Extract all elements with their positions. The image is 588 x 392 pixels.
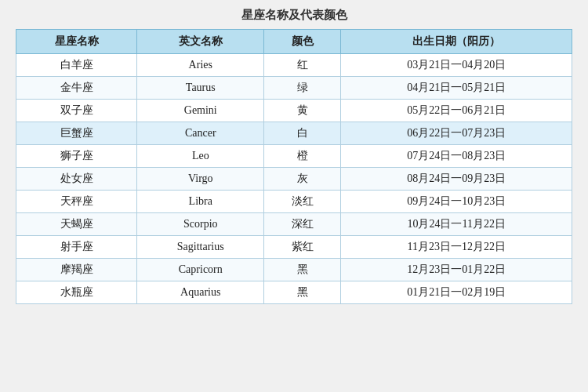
cell-2-1: Gemini	[137, 100, 264, 122]
table-row: 水瓶座Aquarius黑01月21日一02月19日	[16, 281, 572, 304]
cell-1-2: 绿	[264, 77, 341, 100]
cell-2-3: 05月22日一06月21日	[341, 100, 572, 122]
cell-8-2: 紫红	[264, 236, 341, 259]
cell-1-1: Taurus	[137, 77, 264, 100]
table-row: 天蝎座Scorpio深红10月24日一11月22日	[16, 213, 572, 236]
cell-10-1: Aquarius	[137, 281, 264, 304]
column-header: 英文名称	[137, 30, 264, 54]
cell-8-0: 射手座	[16, 236, 137, 259]
cell-5-3: 08月24日一09月23日	[341, 168, 572, 191]
table-row: 射手座Sagittarius紫红11月23日一12月22日	[16, 236, 572, 259]
cell-9-2: 黑	[264, 259, 341, 281]
cell-0-3: 03月21日一04月20日	[341, 54, 572, 77]
column-header: 星座名称	[16, 30, 137, 54]
cell-0-1: Aries	[137, 54, 264, 77]
cell-9-1: Capricorn	[137, 259, 264, 281]
cell-10-0: 水瓶座	[16, 281, 137, 304]
cell-5-1: Virgo	[137, 168, 264, 191]
cell-6-2: 淡红	[264, 191, 341, 213]
cell-1-3: 04月21日一05月21日	[341, 77, 572, 100]
cell-5-2: 灰	[264, 168, 341, 191]
cell-7-1: Scorpio	[137, 213, 264, 236]
column-header: 颜色	[264, 30, 341, 54]
cell-7-2: 深红	[264, 213, 341, 236]
table-row: 白羊座Aries红03月21日一04月20日	[16, 54, 572, 77]
cell-4-0: 狮子座	[16, 145, 137, 168]
table-row: 处女座Virgo灰08月24日一09月23日	[16, 168, 572, 191]
cell-7-0: 天蝎座	[16, 213, 137, 236]
cell-4-3: 07月24日一08月23日	[341, 145, 572, 168]
table-row: 双子座Gemini黄05月22日一06月21日	[16, 100, 572, 122]
cell-4-2: 橙	[264, 145, 341, 168]
cell-6-0: 天秤座	[16, 191, 137, 213]
cell-6-3: 09月24日一10月23日	[341, 191, 572, 213]
cell-0-2: 红	[264, 54, 341, 77]
cell-9-3: 12月23日一01月22日	[341, 259, 572, 281]
cell-4-1: Leo	[137, 145, 264, 168]
cell-3-3: 06月22日一07月23日	[341, 122, 572, 145]
cell-3-2: 白	[264, 122, 341, 145]
column-header: 出生日期（阳历）	[341, 30, 572, 54]
cell-0-0: 白羊座	[16, 54, 137, 77]
table-row: 巨蟹座Cancer白06月22日一07月23日	[16, 122, 572, 145]
cell-8-3: 11月23日一12月22日	[341, 236, 572, 259]
table-row: 摩羯座Capricorn黑12月23日一01月22日	[16, 259, 572, 281]
cell-10-2: 黑	[264, 281, 341, 304]
zodiac-table: 星座名称英文名称颜色出生日期（阳历） 白羊座Aries红03月21日一04月20…	[16, 29, 572, 304]
cell-9-0: 摩羯座	[16, 259, 137, 281]
cell-1-0: 金牛座	[16, 77, 137, 100]
page-title: 星座名称及代表颜色	[241, 8, 347, 23]
cell-6-1: Libra	[137, 191, 264, 213]
cell-5-0: 处女座	[16, 168, 137, 191]
cell-2-2: 黄	[264, 100, 341, 122]
cell-3-0: 巨蟹座	[16, 122, 137, 145]
table-row: 金牛座Taurus绿04月21日一05月21日	[16, 77, 572, 100]
cell-10-3: 01月21日一02月19日	[341, 281, 572, 304]
cell-7-3: 10月24日一11月22日	[341, 213, 572, 236]
table-header-row: 星座名称英文名称颜色出生日期（阳历）	[16, 30, 572, 54]
cell-2-0: 双子座	[16, 100, 137, 122]
cell-3-1: Cancer	[137, 122, 264, 145]
cell-8-1: Sagittarius	[137, 236, 264, 259]
table-row: 狮子座Leo橙07月24日一08月23日	[16, 145, 572, 168]
table-row: 天秤座Libra淡红09月24日一10月23日	[16, 191, 572, 213]
table-body: 白羊座Aries红03月21日一04月20日金牛座Taurus绿04月21日一0…	[16, 54, 572, 304]
